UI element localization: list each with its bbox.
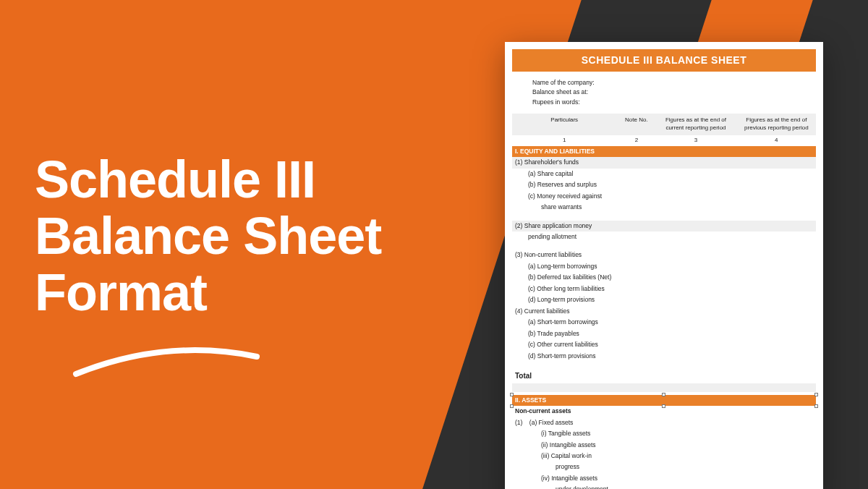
meta-as-at: Balance sheet as at:: [532, 88, 816, 96]
row-capital-workin: (iii) Capital work-in: [512, 451, 816, 462]
row-progress: progress: [512, 462, 816, 472]
row-current-liabilities: (4) Current liabilities: [512, 306, 816, 317]
section-assets: II. ASSETS: [512, 395, 816, 406]
selection-handle-icon: [814, 393, 818, 396]
column-number-row: 1 2 3 4: [512, 135, 816, 146]
row-tangible: (i) Tangible assets: [512, 428, 816, 439]
meta-company: Name of the company:: [532, 79, 816, 87]
selection-handle-icon: [510, 404, 514, 408]
col-particulars: Particulars: [514, 116, 615, 132]
colnum-4: 4: [739, 137, 814, 145]
row-total: Total: [512, 369, 816, 383]
col-note-no: Note No.: [619, 116, 653, 132]
colnum-2: 2: [619, 137, 653, 145]
headline-line-1: Schedule III: [35, 152, 381, 208]
row-under-development: under development: [512, 484, 816, 489]
row-shortterm-provisions: (d) Short-term provisions: [512, 351, 816, 362]
selection-handle-icon: [662, 404, 665, 408]
headline-line-2: Balance Sheet: [35, 208, 381, 265]
fixed-header: (a) Fixed assets: [529, 419, 573, 426]
column-header-row: Particulars Note No. Figures as at the e…: [512, 114, 816, 135]
spacer: [512, 213, 816, 221]
fixed-num: (1): [515, 419, 522, 426]
selection-handle-icon: [510, 393, 514, 396]
row-shortterm-borrowings: (a) Short-term borrowings: [512, 317, 816, 328]
row-longterm-provisions: (d) Long-term provisions: [512, 294, 816, 305]
row-share-application: (2) Share application money: [512, 221, 816, 231]
underline-swoosh: [72, 344, 260, 386]
meta-rupees: Rupees in words:: [532, 98, 816, 106]
col-previous: Figures as at the end of previous report…: [739, 116, 814, 132]
selection-handle-icon: [814, 404, 818, 408]
colnum-1: 1: [514, 137, 615, 145]
row-pending-allotment: pending allotment: [512, 231, 816, 242]
document-preview: SCHEDULE III BALANCE SHEET Name of the c…: [505, 42, 823, 489]
section-equity-liabilities: I. EQUITY AND LIABILITIES: [512, 146, 816, 157]
document-meta: Name of the company: Balance sheet as at…: [532, 79, 816, 106]
row-fixed-assets: (1) (a) Fixed assets: [512, 417, 816, 428]
row-intangible-assets: (iv) Intangible assets: [512, 473, 816, 484]
row-intangible: (ii) Intangible assets: [512, 440, 816, 451]
spacer: [512, 242, 816, 250]
section-assets-label: II. ASSETS: [515, 396, 546, 404]
selection-handle-icon: [662, 393, 665, 396]
colnum-3: 3: [658, 137, 733, 145]
spacer: [512, 362, 816, 369]
row-reserves-surplus: (b) Reserves and surplus: [512, 179, 816, 190]
col-current: Figures as at the end of current reporti…: [658, 116, 733, 132]
headline-line-3: Format: [35, 265, 381, 321]
row-share-capital: (a) Share capital: [512, 169, 816, 179]
row-noncurrent-liabilities: (3) Non-current liabilities: [512, 250, 816, 260]
row-other-current: (c) Other current liabilities: [512, 339, 816, 350]
row-shareholders-funds: (1) Shareholder's funds: [512, 157, 816, 168]
headline-title: Schedule III Balance Sheet Format: [35, 152, 381, 320]
row-longterm-borrowings: (a) Long-term borrowings: [512, 261, 816, 272]
row-other-longterm: (c) Other long term liabilities: [512, 284, 816, 294]
row-deferred-tax: (b) Deferred tax liabilities (Net): [512, 272, 816, 283]
row-share-warrants: share warrants: [512, 202, 816, 213]
total-bar: [512, 383, 816, 392]
document-title-bar: SCHEDULE III BALANCE SHEET: [512, 49, 816, 72]
row-trade-payables: (b) Trade payables: [512, 328, 816, 339]
row-money-received: (c) Money received against: [512, 191, 816, 202]
